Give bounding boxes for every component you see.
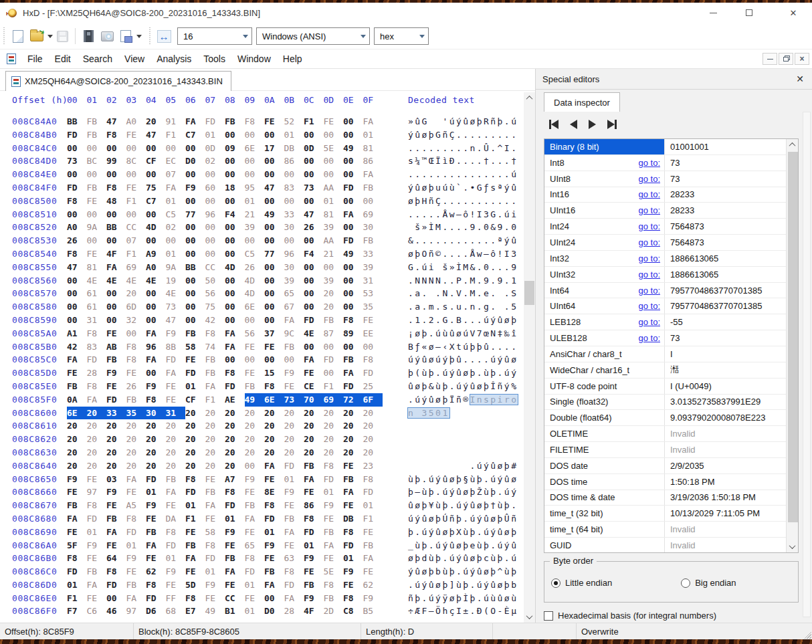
hex-byte[interactable]: 20 — [106, 446, 126, 459]
hex-byte[interactable]: 20 — [304, 446, 324, 459]
hex-decoded-text[interactable] — [408, 419, 518, 433]
hex-byte[interactable]: 20 — [106, 433, 126, 446]
hex-byte[interactable]: 5D — [185, 578, 205, 592]
hex-byte[interactable]: FE — [106, 380, 126, 393]
hex-byte[interactable]: 9A — [87, 221, 107, 234]
hex-decoded-text[interactable]: ...............ú — [408, 168, 518, 181]
hex-byte[interactable]: FE — [205, 473, 225, 486]
hex-byte[interactable]: 01 — [205, 565, 225, 578]
hex-byte[interactable]: A0 — [126, 115, 146, 128]
hex-byte[interactable]: 4D — [245, 274, 265, 288]
hex-byte[interactable]: 01 — [304, 539, 324, 552]
hex-byte[interactable]: 49 — [264, 208, 284, 221]
hex-byte[interactable]: 20 — [284, 419, 304, 433]
hex-byte[interactable]: FE — [343, 499, 363, 512]
hex-byte[interactable]: 00 — [264, 353, 284, 366]
hex-decoded-text[interactable]: úýûøúýþû....úýûø — [408, 353, 518, 366]
hex-byte[interactable]: FE — [245, 526, 265, 539]
hex-byte[interactable]: 00 — [146, 287, 166, 300]
hex-byte[interactable]: 01 — [67, 578, 87, 592]
hex-byte[interactable]: 81 — [363, 142, 383, 155]
hex-byte[interactable]: 01 — [264, 526, 284, 539]
hex-byte[interactable]: FE — [106, 539, 126, 552]
hex-byte[interactable]: 00 — [304, 274, 324, 288]
hex-byte[interactable]: 00 — [343, 154, 363, 168]
hex-decoded-text[interactable]: _ùþ.úýûøþeùþ.úýû — [408, 539, 518, 552]
hex-byte[interactable]: F9 — [343, 565, 363, 578]
hex-byte[interactable]: 20 — [185, 419, 205, 433]
inspector-scroll-down-arrow[interactable] — [787, 541, 798, 552]
inspector-goto-link[interactable]: go to: — [638, 333, 664, 343]
hex-byte[interactable]: FE — [166, 380, 186, 393]
hex-byte[interactable]: 39 — [324, 221, 344, 234]
hex-byte[interactable]: A0 — [146, 261, 166, 274]
hex-byte[interactable]: FA — [205, 380, 225, 393]
hex-decoded-text[interactable]: þ—ùþ.úýûøþŽùþ.úý — [408, 486, 518, 499]
inspector-value[interactable]: 28233 — [664, 203, 798, 218]
hex-byte[interactable]: 00 — [205, 234, 225, 247]
hex-byte[interactable]: 01 — [166, 247, 186, 261]
hex-byte[interactable]: 0D — [205, 142, 225, 155]
hex-byte[interactable]: 20 — [205, 446, 225, 459]
hex-byte[interactable]: FD — [343, 380, 363, 393]
hex-byte[interactable]: 83 — [87, 340, 107, 354]
hex-byte[interactable]: FE — [146, 552, 166, 565]
hex-byte[interactable]: FE — [87, 195, 107, 208]
hex-byte[interactable]: F8 — [106, 565, 126, 578]
hex-byte[interactable]: FE — [245, 340, 265, 354]
hex-byte[interactable]: FA — [205, 499, 225, 512]
hex-byte[interactable]: 20 — [87, 433, 107, 446]
hex-byte[interactable]: 65 — [284, 287, 304, 300]
hex-byte[interactable]: F9 — [304, 552, 324, 565]
hex-byte[interactable]: 00 — [146, 300, 166, 314]
hex-byte[interactable]: C7 — [185, 128, 205, 142]
menu-edit[interactable]: Edit — [49, 51, 77, 67]
hex-byte[interactable]: 20 — [205, 459, 225, 473]
hex-byte[interactable]: F9 — [67, 473, 87, 486]
hex-byte[interactable]: 09 — [225, 142, 245, 155]
hex-byte[interactable]: 00 — [284, 353, 304, 366]
hex-byte[interactable]: 00 — [87, 234, 107, 247]
hex-byte[interactable]: A9 — [146, 247, 166, 261]
hex-byte[interactable]: F8 — [185, 473, 205, 486]
hex-byte[interactable]: FD — [343, 539, 363, 552]
hex-byte[interactable]: FD — [343, 181, 363, 195]
hex-byte[interactable]: 96 — [146, 340, 166, 354]
hex-decoded-text[interactable]: þ.úýûøþXùþ.úýûøþ — [408, 526, 518, 539]
hex-byte[interactable]: 0D — [304, 142, 324, 155]
hex-byte[interactable]: 00 — [264, 221, 284, 234]
hex-decoded-text[interactable]: ýûøþGñÇ......... — [408, 128, 518, 142]
hex-byte[interactable]: CE — [304, 380, 324, 393]
hex-byte[interactable]: 20 — [126, 287, 146, 300]
hex-byte[interactable]: FB — [126, 578, 146, 592]
hex-byte[interactable]: 20 — [363, 433, 383, 446]
hex-byte[interactable]: F8 — [284, 565, 304, 578]
inspector-value[interactable]: 01001001 — [664, 139, 798, 154]
hex-byte[interactable]: FB — [324, 592, 344, 605]
hex-byte[interactable]: A5 — [126, 499, 146, 512]
hex-byte[interactable]: 00 — [264, 287, 284, 300]
hex-byte[interactable]: 31 — [166, 407, 186, 420]
hex-byte[interactable]: FB — [343, 353, 363, 366]
inspector-value[interactable]: 73 — [664, 171, 798, 187]
open-file-dropdown-caret[interactable] — [47, 35, 53, 38]
inspector-value[interactable]: Invalid — [664, 426, 798, 441]
hex-byte[interactable]: 4E — [166, 287, 186, 300]
hex-byte[interactable]: 20 — [146, 446, 166, 459]
hex-byte[interactable]: 01 — [284, 128, 304, 142]
hex-byte[interactable]: F1 — [185, 512, 205, 526]
hex-byte[interactable]: FE — [343, 578, 363, 592]
little-endian-radio[interactable] — [551, 578, 561, 588]
hex-byte[interactable]: 49 — [343, 142, 363, 155]
hex-byte[interactable]: FD — [304, 314, 324, 327]
hex-byte[interactable]: F8 — [106, 181, 126, 195]
hex-byte[interactable]: FE — [264, 473, 284, 486]
hex-byte[interactable]: 00 — [67, 300, 87, 314]
hex-byte[interactable]: 53 — [363, 287, 383, 300]
hex-byte[interactable]: 00 — [284, 195, 304, 208]
hex-byte[interactable]: F9 — [284, 366, 304, 380]
decoded-selection[interactable]: n 3501 — [408, 408, 449, 418]
hex-byte[interactable]: 86 — [304, 499, 324, 512]
hex-byte[interactable]: FA — [363, 168, 383, 181]
hex-byte[interactable]: FD — [264, 512, 284, 526]
